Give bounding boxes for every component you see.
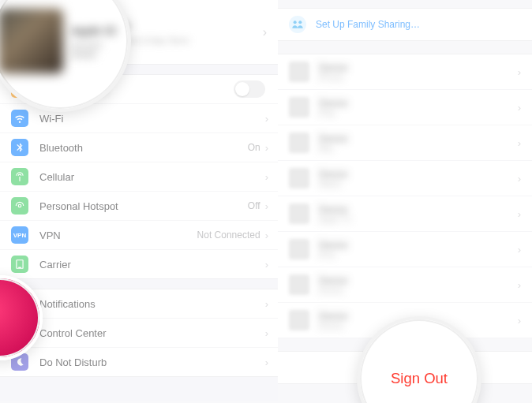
device-row[interactable]: Device Device › bbox=[278, 267, 532, 303]
chevron-right-icon: › bbox=[265, 229, 268, 241]
device-thumb-icon bbox=[289, 203, 309, 224]
chevron-right-icon: › bbox=[265, 200, 268, 212]
chevron-right-icon: › bbox=[265, 113, 268, 125]
zoom-profile-name: Apple ID bbox=[71, 24, 128, 37]
chevron-right-icon: › bbox=[263, 25, 267, 39]
device-thumb-icon bbox=[289, 132, 309, 153]
dnd-label: Do Not Disturb bbox=[39, 356, 265, 368]
svg-point-6 bbox=[298, 21, 302, 24]
hotspot-label: Personal Hotspot bbox=[39, 200, 248, 212]
chevron-right-icon: › bbox=[518, 137, 521, 149]
chevron-right-icon: › bbox=[265, 327, 268, 339]
zoom-signout-label: Sign Out bbox=[391, 370, 448, 387]
device-thumb-icon bbox=[289, 168, 309, 188]
device-list: Device iPhone › Device iPad › Device Mac… bbox=[278, 54, 532, 338]
device-row[interactable]: Device iPhone › bbox=[278, 54, 532, 90]
device-row[interactable]: Device iPad › bbox=[278, 90, 532, 125]
device-thumb-icon bbox=[289, 274, 309, 295]
vpn-label: VPN bbox=[39, 229, 197, 241]
chevron-right-icon: › bbox=[518, 173, 521, 185]
chevron-right-icon: › bbox=[265, 171, 268, 183]
family-sharing-row[interactable]: Set Up Family Sharing… bbox=[278, 8, 532, 41]
hotspot-value: Off bbox=[248, 200, 260, 211]
device-row[interactable]: Device Watch › bbox=[278, 161, 532, 196]
bluetooth-value: On bbox=[248, 142, 260, 153]
vpn-row[interactable]: VPN VPN Not Connected › bbox=[0, 221, 278, 250]
chevron-right-icon: › bbox=[518, 66, 521, 78]
avatar bbox=[0, 9, 63, 73]
bluetooth-label: Bluetooth bbox=[39, 142, 248, 154]
chevron-right-icon: › bbox=[518, 244, 521, 256]
hotspot-icon bbox=[11, 197, 28, 215]
svg-point-5 bbox=[294, 21, 297, 24]
airplane-toggle[interactable] bbox=[234, 80, 265, 98]
carrier-row[interactable]: Carrier › bbox=[0, 250, 278, 278]
cellular-label: Cellular bbox=[39, 171, 265, 183]
dnd-row[interactable]: Do Not Disturb › bbox=[0, 348, 278, 376]
device-thumb-icon bbox=[289, 97, 309, 118]
device-thumb-icon bbox=[289, 310, 309, 330]
bluetooth-row[interactable]: Bluetooth On › bbox=[0, 133, 278, 162]
cellular-row[interactable]: Cellular › bbox=[0, 162, 278, 192]
control-center-label: Control Center bbox=[39, 327, 265, 339]
device-row[interactable]: Device Apple TV › bbox=[278, 196, 532, 232]
device-thumb-icon bbox=[289, 239, 309, 259]
device-row[interactable]: Device Mac › bbox=[278, 125, 532, 161]
vpn-icon: VPN bbox=[11, 226, 28, 244]
vpn-value: Not Connected bbox=[197, 229, 260, 241]
carrier-icon bbox=[11, 256, 28, 273]
cellular-icon bbox=[11, 168, 28, 185]
wifi-icon bbox=[11, 110, 28, 127]
chevron-right-icon: › bbox=[265, 142, 268, 154]
alerts-group: Notifications › Control Center › Do Not … bbox=[0, 289, 278, 377]
chevron-right-icon: › bbox=[265, 356, 268, 368]
chevron-right-icon: › bbox=[518, 208, 521, 220]
wifi-label: Wi-Fi bbox=[39, 113, 260, 125]
carrier-label: Carrier bbox=[39, 259, 265, 271]
device-thumb-icon bbox=[289, 62, 309, 82]
chevron-right-icon: › bbox=[265, 259, 268, 271]
family-sharing-icon bbox=[289, 16, 306, 33]
chevron-right-icon: › bbox=[518, 279, 521, 291]
bluetooth-icon bbox=[11, 139, 28, 156]
chevron-right-icon: › bbox=[518, 102, 521, 114]
chevron-right-icon: › bbox=[518, 315, 521, 327]
family-sharing-label: Set Up Family Sharing… bbox=[316, 19, 420, 30]
device-row[interactable]: Device iPod › bbox=[278, 232, 532, 267]
hotspot-row[interactable]: Personal Hotspot Off › bbox=[0, 192, 278, 221]
notifications-label: Notifications bbox=[39, 298, 265, 310]
chevron-right-icon: › bbox=[265, 298, 268, 310]
zoom-profile-sub: account details bbox=[71, 40, 128, 59]
